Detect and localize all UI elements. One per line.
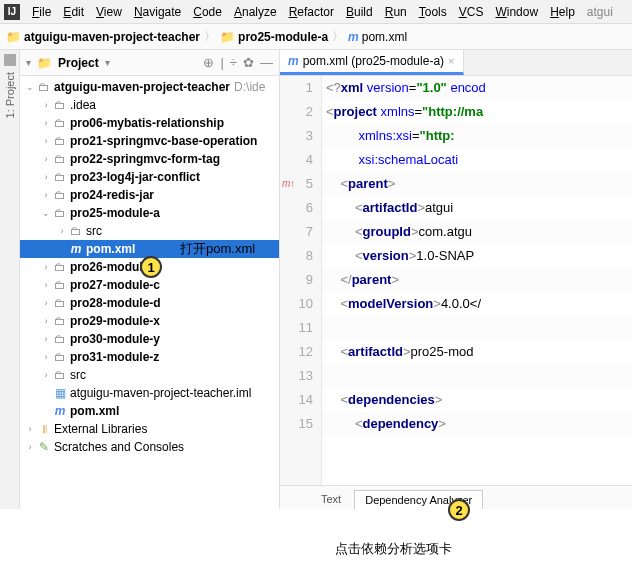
hide-icon[interactable]: — [260, 55, 273, 70]
code-line[interactable]: xmlns:xsi="http: [322, 124, 632, 148]
line-number: 6 [280, 196, 313, 220]
divider-icon: | [220, 55, 223, 70]
code-line[interactable]: <parent> [322, 172, 632, 196]
menu-build[interactable]: Build [340, 5, 379, 19]
menu-navigate[interactable]: Navigate [128, 5, 187, 19]
code-line[interactable] [322, 364, 632, 388]
chevron-icon[interactable]: › [24, 424, 36, 434]
menu-analyze[interactable]: Analyze [228, 5, 283, 19]
code-line[interactable]: <version>1.0-SNAP [322, 244, 632, 268]
tree-node[interactable]: ›🗀pro28-module-d [20, 294, 279, 312]
chevron-icon[interactable]: › [40, 118, 52, 128]
folder-icon: 🗀 [52, 116, 68, 130]
tree-node[interactable]: ›⫴External Libraries [20, 420, 279, 438]
menu-help[interactable]: Help [544, 5, 581, 19]
chevron-icon[interactable]: › [40, 190, 52, 200]
chevron-icon[interactable]: › [40, 154, 52, 164]
editor-tab-pom[interactable]: m pom.xml (pro25-module-a) × [280, 50, 464, 75]
tree-node[interactable]: ›🗀pro21-springmvc-base-operation [20, 132, 279, 150]
editor-body[interactable]: 12345m↑6789101112131415 <?xml version="1… [280, 76, 632, 485]
tool-grip-icon [4, 54, 16, 66]
tree-node[interactable]: mpom.xml [20, 402, 279, 420]
tree-node[interactable]: ›🗀pro29-module-x [20, 312, 279, 330]
collapse-icon[interactable]: ÷ [230, 55, 237, 70]
menu-refactor[interactable]: Refactor [283, 5, 340, 19]
tree-node[interactable]: ▦atguigu-maven-project-teacher.iml [20, 384, 279, 402]
panel-view-chevron-icon[interactable]: ▾ [105, 57, 110, 68]
line-number: 13 [280, 364, 313, 388]
close-icon[interactable]: × [448, 55, 454, 67]
chevron-icon[interactable]: ⌄ [24, 82, 36, 92]
menu-run[interactable]: Run [379, 5, 413, 19]
tree-node-label: atguigu-maven-project-teacher.iml [70, 386, 251, 400]
chevron-icon[interactable]: › [40, 136, 52, 146]
gear-icon[interactable]: ✿ [243, 55, 254, 70]
maven-file-icon: m [288, 54, 299, 68]
menu-window[interactable]: Window [489, 5, 544, 19]
chevron-icon[interactable]: › [24, 442, 36, 452]
code-line[interactable]: <?xml version="1.0" encod [322, 76, 632, 100]
tree-node[interactable]: ›🗀src [20, 366, 279, 384]
target-icon[interactable]: ⊕ [203, 55, 214, 70]
folder-icon: 🗀 [52, 206, 68, 220]
code-line[interactable]: <artifactId>pro25-mod [322, 340, 632, 364]
breadcrumb-item[interactable]: 📁atguigu-maven-project-teacher [6, 30, 200, 44]
menu-vcs[interactable]: VCS [453, 5, 490, 19]
project-tree[interactable]: ⌄🗀atguigu-maven-project-teacherD:\ide›🗀.… [20, 76, 279, 509]
tree-node[interactable]: ›🗀pro30-module-y [20, 330, 279, 348]
breadcrumb-item[interactable]: 📁pro25-module-a [220, 30, 328, 44]
tree-node-label: pro21-springmvc-base-operation [70, 134, 257, 148]
chevron-icon[interactable]: › [40, 316, 52, 326]
breadcrumb-item[interactable]: mpom.xml [348, 30, 407, 44]
tree-node-label: pro30-module-y [70, 332, 160, 346]
chevron-icon[interactable]: › [40, 262, 52, 272]
chevron-icon[interactable]: › [40, 280, 52, 290]
tab-text[interactable]: Text [310, 489, 352, 509]
code-line[interactable]: <modelVersion>4.0.0</ [322, 292, 632, 316]
tree-node[interactable]: ›🗀pro31-module-z [20, 348, 279, 366]
menu-tools[interactable]: Tools [413, 5, 453, 19]
project-tool-tab[interactable]: 1: Project [4, 68, 16, 122]
code-line[interactable]: <project xmlns="http://ma [322, 100, 632, 124]
tree-node[interactable]: ⌄🗀atguigu-maven-project-teacherD:\ide [20, 78, 279, 96]
chevron-icon[interactable]: › [56, 226, 68, 236]
line-number: 15 [280, 412, 313, 436]
menu-file[interactable]: File [26, 5, 57, 19]
tree-node[interactable]: ⌄🗀pro25-module-a [20, 204, 279, 222]
code-line[interactable]: <dependency> [322, 412, 632, 436]
menu-view[interactable]: View [90, 5, 128, 19]
tree-node[interactable]: ›🗀pro23-log4j-jar-conflict [20, 168, 279, 186]
code-area[interactable]: <?xml version="1.0" encod<project xmlns=… [322, 76, 632, 485]
folder-icon: 🗀 [52, 152, 68, 166]
gutter-marker-icon[interactable]: m↑ [282, 172, 295, 196]
line-number: 10 [280, 292, 313, 316]
chevron-icon[interactable]: ⌄ [40, 208, 52, 218]
chevron-icon[interactable]: › [40, 172, 52, 182]
tree-node[interactable]: ›🗀pro24-redis-jar [20, 186, 279, 204]
code-line[interactable] [322, 316, 632, 340]
menu-code[interactable]: Code [187, 5, 228, 19]
tree-node[interactable]: ›🗀pro06-mybatis-relationship [20, 114, 279, 132]
chevron-icon[interactable]: › [40, 334, 52, 344]
tree-node-label: src [70, 368, 86, 382]
tree-node[interactable]: ›🗀pro27-module-c [20, 276, 279, 294]
chevron-icon[interactable]: › [40, 370, 52, 380]
tree-node[interactable]: ›✎Scratches and Consoles [20, 438, 279, 456]
chevron-icon[interactable]: › [40, 352, 52, 362]
code-line[interactable]: xsi:schemaLocati [322, 148, 632, 172]
chevron-icon[interactable]: › [40, 298, 52, 308]
tree-node[interactable]: ›🗀src [20, 222, 279, 240]
code-line[interactable]: <dependencies> [322, 388, 632, 412]
project-panel-header: ▾ 📁 Project ▾ ⊕ | ÷ ✿ — [20, 50, 279, 76]
tree-node[interactable]: ›🗀pro26-module-b [20, 258, 279, 276]
tree-node-label: pro27-module-c [70, 278, 160, 292]
menu-edit[interactable]: Edit [57, 5, 90, 19]
code-line[interactable]: <groupId>com.atgu [322, 220, 632, 244]
tree-node[interactable]: ›🗀pro22-springmvc-form-tag [20, 150, 279, 168]
tab-dependency-analyzer[interactable]: Dependency Analyzer [354, 490, 483, 509]
code-line[interactable]: <artifactId>atgui [322, 196, 632, 220]
code-line[interactable]: </parent> [322, 268, 632, 292]
tree-node[interactable]: ›🗀.idea [20, 96, 279, 114]
chevron-icon[interactable]: › [40, 100, 52, 110]
panel-dropdown-icon[interactable]: ▾ [26, 57, 31, 68]
